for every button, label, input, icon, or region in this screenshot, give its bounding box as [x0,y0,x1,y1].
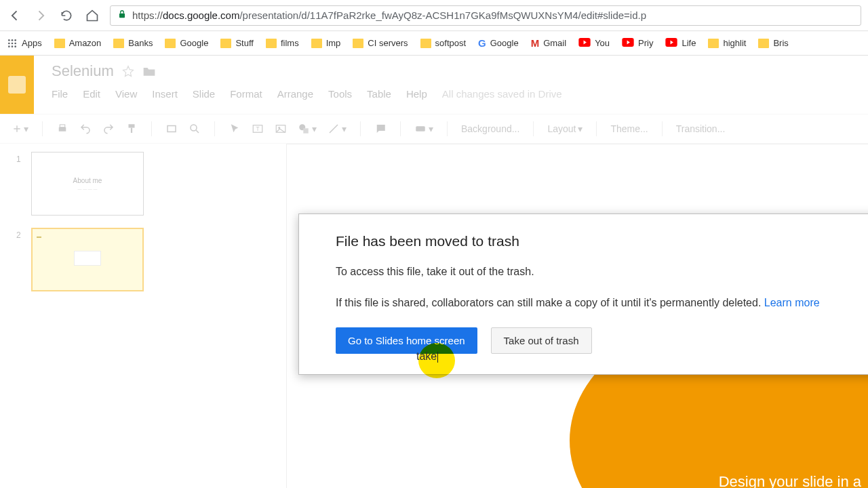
home-button[interactable] [84,7,100,24]
bookmark-softpost[interactable]: softpost [420,38,467,48]
star-icon[interactable] [122,65,134,77]
transition-button[interactable]: Transition... [676,123,726,134]
line-tool[interactable]: ▾ [328,123,347,135]
image-tool[interactable] [275,123,287,135]
bookmark-imp[interactable]: Imp [311,38,341,48]
comment-button[interactable] [374,123,387,135]
shape-tool[interactable]: ▾ [298,123,317,135]
bookmark-films[interactable]: films [266,38,299,48]
svg-point-3 [14,39,16,41]
menu-format[interactable]: Format [230,88,262,100]
explore-panel-headline: Design your slide in a [719,473,861,488]
bookmark-stuff[interactable]: Stuff [220,38,254,48]
bookmark-gmail[interactable]: MGmail [531,37,566,49]
line-icon [328,123,340,135]
slide-thumbnail-1[interactable]: About me — — — — [31,152,144,216]
menu-arrange[interactable]: Arrange [277,88,313,100]
svg-rect-23 [303,128,309,134]
bookmark-highlit[interactable]: highlit [708,38,746,48]
svg-point-9 [14,45,16,47]
menu-file[interactable]: File [52,88,68,100]
thumb1-title: About me [73,177,102,184]
reload-icon [60,9,73,22]
undo-button[interactable] [79,123,92,135]
svg-point-6 [14,42,16,44]
folder-icon [758,39,769,48]
redo-icon [102,123,115,135]
new-slide-button[interactable]: ▾ [12,123,28,134]
move-folder-icon[interactable] [142,65,156,77]
menu-edit[interactable]: Edit [83,88,100,100]
keyboard-icon [414,123,427,135]
svg-rect-0 [119,14,125,18]
folder-icon [165,39,176,48]
svg-rect-14 [60,125,65,127]
apps-icon [7,38,18,49]
menu-table[interactable]: Table [367,88,391,100]
address-bar[interactable]: https://docs.google.com/presentation/d/1… [110,5,861,26]
menu-view[interactable]: View [115,88,137,100]
home-icon [85,9,99,22]
go-home-button[interactable]: Go to Slides home screen [336,327,477,354]
save-status: All changes saved in Drive [442,88,562,100]
apps-shortcut[interactable]: Apps [7,38,42,49]
zoom-button[interactable] [189,123,201,135]
bookmark-bris[interactable]: Bris [758,38,788,48]
menu-insert[interactable]: Insert [152,88,178,100]
theme-button[interactable]: Theme... [610,123,648,134]
bookmark-you[interactable]: You [578,38,610,49]
document-title[interactable]: Selenium [52,62,114,80]
background-button[interactable]: Background... [461,123,519,134]
zoom-icon [189,123,201,135]
paint-format-button[interactable] [125,123,138,135]
slide-canvas[interactable]: Design your slide in a File has been mov… [176,144,868,488]
textbox-tool[interactable]: T [252,123,264,135]
select-tool[interactable] [229,123,241,135]
forward-button[interactable] [33,7,49,24]
folder-icon [54,39,65,48]
slide-thumbnail-2[interactable]: ▬ [31,228,144,291]
bookmark-priy[interactable]: Priy [622,38,653,49]
svg-point-17 [191,125,197,131]
input-tool[interactable]: ▾ [414,123,433,135]
folder-icon [113,39,124,48]
back-button[interactable] [7,7,23,24]
layout-button[interactable]: Layout ▾ [547,123,583,134]
bookmark-google[interactable]: GGoogle [478,37,519,49]
trash-dialog: File has been moved to trash To access t… [298,214,868,375]
cursor-icon [229,123,241,135]
gmail-icon: M [531,37,540,49]
slides-logo[interactable] [0,56,34,114]
svg-point-5 [12,42,14,44]
chevron-down-icon: ▾ [342,123,347,134]
folder-icon [220,39,231,48]
highlight-text-overlay: take [416,350,438,363]
bookmark-banks[interactable]: Banks [113,38,153,48]
menu-help[interactable]: Help [406,88,427,100]
bookmark-ciservers[interactable]: CI servers [353,38,408,48]
print-button[interactable] [56,123,68,135]
dialog-title: File has been moved to trash [336,233,844,249]
arrow-right-icon [34,9,47,22]
folder-icon [353,39,363,48]
svg-rect-13 [59,127,66,131]
dialog-line1: To access this file, take it out of the … [336,264,844,279]
print-icon [56,123,68,135]
menu-tools[interactable]: Tools [328,88,352,100]
menubar: File Edit View Insert Slide Format Arran… [52,88,868,100]
svg-text:T: T [256,126,259,132]
shape-icon [298,123,310,135]
take-out-trash-button[interactable]: Take out of trash [491,327,592,354]
url-domain: docs.google.com [163,9,239,21]
bookmark-google-folder[interactable]: Google [165,38,208,48]
bookmark-life[interactable]: Life [665,38,696,49]
thumb2-shape [74,251,101,266]
bookmark-amazon[interactable]: Amazon [54,38,102,48]
learn-more-link[interactable]: Learn more [764,297,820,308]
folder-icon [420,39,431,48]
redo-button[interactable] [102,123,115,135]
menu-slide[interactable]: Slide [193,88,215,100]
reload-button[interactable] [58,7,75,24]
thumb-number-2: 2 [16,228,31,240]
zoom-to-fit-button[interactable] [165,123,178,135]
